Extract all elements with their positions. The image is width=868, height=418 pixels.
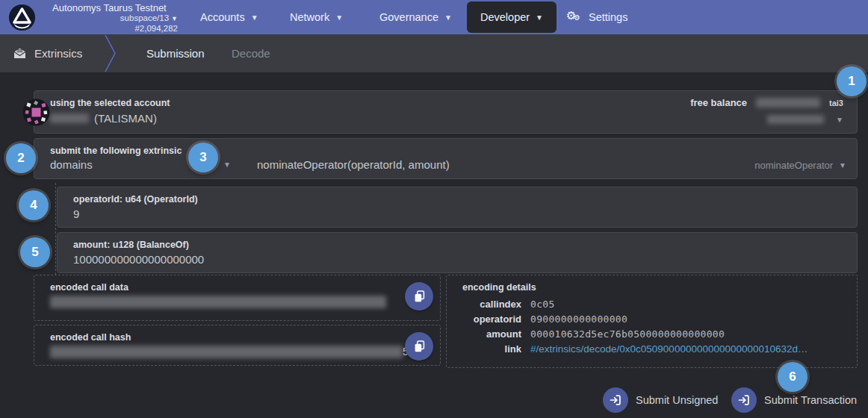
- gears-icon: ⚙⚙: [566, 10, 583, 24]
- param-operatorid-value[interactable]: 9: [73, 208, 79, 220]
- extrinsics-page: Autonomys Taurus Testnet subspace/13▼ #2…: [0, 0, 868, 418]
- annotation-badge-4: 4: [19, 190, 49, 220]
- menu-developer-active[interactable]: Developer▼: [467, 1, 557, 33]
- tab-submission[interactable]: Submission: [146, 34, 205, 72]
- menu-accounts[interactable]: Accounts▼: [200, 0, 258, 34]
- brand-block: Autonomys Taurus Testnet subspace/13▼ #2…: [52, 2, 178, 34]
- chevron-down-icon[interactable]: ▼: [836, 116, 843, 124]
- submit-unsigned-label: Submit Unsigned: [636, 394, 718, 406]
- chain-name: Autonomys Taurus Testnet: [52, 2, 178, 13]
- menu-settings[interactable]: ⚙⚙ Settings: [566, 0, 627, 34]
- chevron-down-icon: ▼: [251, 13, 258, 22]
- chevron-down-icon: ▼: [536, 13, 543, 22]
- copy-call-data-button[interactable]: [405, 282, 433, 311]
- runtime-selector[interactable]: subspace/13▼: [52, 13, 178, 24]
- sign-in-icon: [603, 387, 628, 413]
- sign-in-icon: [731, 387, 757, 413]
- free-balance-block: free balance tai3 ▼: [619, 97, 843, 124]
- encoded-call-hash-box: encoded call hash 5: [34, 325, 441, 366]
- submit-transaction-label: Submit Transaction: [764, 394, 857, 406]
- copy-icon: [414, 290, 425, 303]
- encoding-details-box: encoding details callindex 0c05 operator…: [446, 275, 858, 368]
- method-dropdown[interactable]: nominateOperator ▼: [754, 160, 846, 171]
- redacted-account-name: [50, 113, 89, 123]
- copy-call-hash-button[interactable]: [405, 332, 433, 361]
- submit-unsigned-button[interactable]: Submit Unsigned: [603, 387, 718, 413]
- encoded-call-data-box: encoded call data: [34, 275, 441, 321]
- annotation-badge-5: 5: [20, 237, 50, 267]
- tab-decode[interactable]: Decode: [232, 34, 270, 72]
- extrinsics-envelope-icon: [13, 48, 26, 59]
- free-balance-label: free balance: [690, 97, 747, 108]
- chevron-down-icon: ▼: [223, 160, 231, 169]
- chevron-down-icon: ▼: [335, 13, 343, 22]
- param-amount-field[interactable]: amount: u128 (BalanceOf) 100000000000000…: [57, 232, 858, 273]
- annotation-badge-1: 1: [837, 66, 867, 96]
- annotation-badge-6: 6: [778, 362, 807, 392]
- redacted-call-data: [50, 296, 386, 308]
- decode-link[interactable]: #/extrinsics/decode/0x0c0509000000000000…: [530, 343, 846, 355]
- redacted-call-hash: [50, 346, 403, 358]
- block-number: #2,094,282: [52, 24, 178, 34]
- menu-governance[interactable]: Governance▼: [379, 0, 452, 34]
- copy-icon: [414, 340, 425, 353]
- balance-unit: tai3: [829, 99, 843, 107]
- account-suffix: (TALISMAN): [94, 112, 157, 125]
- chevron-down-icon: ▼: [444, 13, 452, 22]
- detail-row-operatorid: operatorid 0900000000000000: [447, 311, 857, 326]
- autonomys-logo-icon[interactable]: [8, 4, 36, 31]
- param-operatorid-field[interactable]: operatorId: u64 (OperatorId) 9: [57, 187, 858, 228]
- extrinsic-select-panel: submit the following extrinsic domains ▼…: [34, 138, 858, 179]
- annotation-badge-3: 3: [188, 143, 218, 172]
- account-identicon[interactable]: [22, 99, 50, 126]
- detail-row-callindex: callindex 0c05: [447, 296, 857, 311]
- param-connector-line: [55, 183, 56, 275]
- section-title: Extrinsics: [34, 47, 82, 60]
- tab-bar: Extrinsics Submission Decode: [0, 34, 868, 72]
- top-navbar: Autonomys Taurus Testnet subspace/13▼ #2…: [0, 0, 868, 34]
- chevron-down-icon: ▼: [171, 15, 178, 22]
- extrinsic-label: submit the following extrinsic: [50, 146, 182, 156]
- account-label: using the selected account: [50, 98, 170, 108]
- detail-row-link: link #/extrinsics/decode/0x0c05090000000…: [447, 341, 857, 356]
- selected-account-panel[interactable]: using the selected account (TALISMAN) fr…: [34, 90, 858, 134]
- encoding-details-title: encoding details: [462, 282, 536, 293]
- method-signature[interactable]: nominateOperator(operatorId, amount): [257, 158, 450, 171]
- param-amount-value[interactable]: 100000000000000000000: [73, 253, 204, 266]
- param-operatorid-label: operatorId: u64 (OperatorId): [73, 194, 198, 205]
- detail-row-amount: amount 000010632d5ec76b0500000000000000: [447, 326, 857, 341]
- annotation-badge-2: 2: [6, 143, 36, 173]
- section-header: Extrinsics: [13, 34, 82, 72]
- redacted-balance-secondary: [767, 115, 824, 124]
- encoded-call-hash-label: encoded call hash: [50, 332, 131, 343]
- breadcrumb-chevron-icon: [105, 34, 117, 72]
- encoded-call-data-label: encoded call data: [50, 282, 128, 293]
- chevron-down-icon: ▼: [839, 161, 846, 169]
- redacted-balance-value: [756, 98, 820, 107]
- param-amount-label: amount: u128 (BalanceOf): [73, 240, 189, 250]
- menu-network[interactable]: Network▼: [290, 0, 343, 34]
